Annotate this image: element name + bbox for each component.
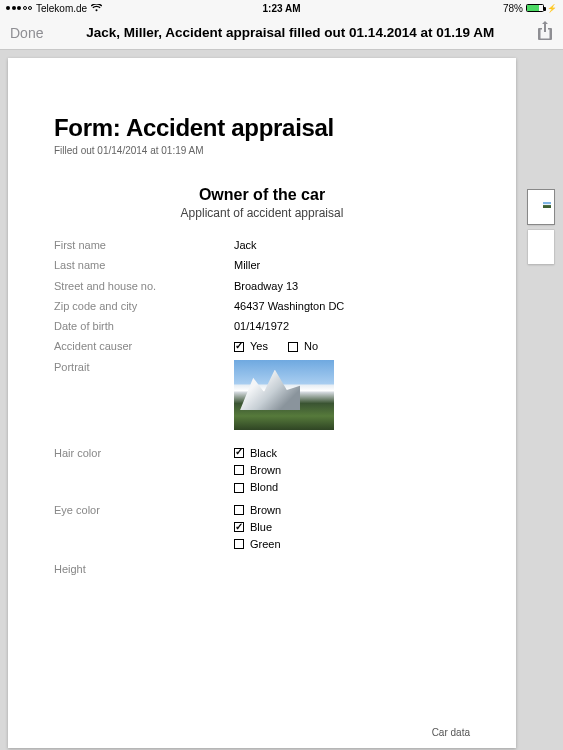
checkbox-eye-brown: Brown bbox=[234, 503, 470, 517]
label-hair-color: Hair color bbox=[54, 446, 234, 460]
document-page-1[interactable]: Form: Accident appraisal Filled out 01/1… bbox=[8, 58, 516, 748]
share-button[interactable] bbox=[537, 21, 553, 44]
label-height: Height bbox=[54, 562, 234, 576]
checkbox-hair-brown: Brown bbox=[234, 463, 470, 477]
checkbox-icon bbox=[234, 539, 244, 549]
label-dob: Date of birth bbox=[54, 319, 234, 333]
portrait-image bbox=[234, 360, 334, 430]
done-button[interactable]: Done bbox=[10, 25, 43, 41]
checkbox-hair-black: Black bbox=[234, 446, 470, 460]
value-zip-city: 46437 Washington DC bbox=[234, 299, 470, 313]
checkbox-hair-blond: Blond bbox=[234, 480, 470, 494]
opt-yes-label: Yes bbox=[250, 339, 268, 353]
value-height bbox=[234, 562, 470, 576]
carrier-label: Telekom.de bbox=[36, 3, 87, 14]
footer-car-data: Car data bbox=[432, 727, 470, 738]
opt-brown-label: Brown bbox=[250, 463, 281, 477]
checkbox-eye-blue: Blue bbox=[234, 520, 470, 534]
form-timestamp: Filled out 01/14/2014 at 01:19 AM bbox=[54, 145, 470, 156]
opt-blond-label: Blond bbox=[250, 480, 278, 494]
opt-eye-brown-label: Brown bbox=[250, 503, 281, 517]
battery-pct-label: 78% bbox=[503, 3, 523, 14]
value-first-name: Jack bbox=[234, 238, 470, 252]
value-dob: 01/14/1972 bbox=[234, 319, 470, 333]
label-portrait: Portrait bbox=[54, 360, 234, 374]
checkbox-icon bbox=[234, 483, 244, 493]
section-subtitle: Applicant of accident appraisal bbox=[54, 206, 470, 220]
checkbox-icon bbox=[288, 342, 298, 352]
status-right: 78% ⚡ bbox=[503, 3, 557, 14]
label-first-name: First name bbox=[54, 238, 234, 252]
thumbnail-page-1[interactable] bbox=[528, 190, 554, 224]
checkbox-icon bbox=[234, 448, 244, 458]
charging-icon: ⚡ bbox=[547, 4, 557, 13]
wifi-icon bbox=[91, 4, 102, 12]
value-street: Broadway 13 bbox=[234, 279, 470, 293]
nav-bar: Done Jack, Miller, Accident appraisal fi… bbox=[0, 16, 563, 50]
opt-no-label: No bbox=[304, 339, 318, 353]
opt-eye-blue-label: Blue bbox=[250, 520, 272, 534]
label-zip-city: Zip code and city bbox=[54, 299, 234, 313]
nav-title: Jack, Miller, Accident appraisal filled … bbox=[43, 25, 537, 40]
label-eye-color: Eye color bbox=[54, 503, 234, 517]
document-viewer: Form: Accident appraisal Filled out 01/1… bbox=[0, 50, 563, 750]
label-street: Street and house no. bbox=[54, 279, 234, 293]
section-title: Owner of the car bbox=[54, 186, 470, 204]
checkbox-icon bbox=[234, 522, 244, 532]
form-title: Form: Accident appraisal bbox=[54, 114, 470, 142]
value-last-name: Miller bbox=[234, 258, 470, 272]
checkbox-eye-green: Green bbox=[234, 537, 470, 551]
signal-strength-icon bbox=[6, 6, 32, 10]
battery-icon bbox=[526, 4, 544, 12]
status-left: Telekom.de bbox=[6, 3, 102, 14]
status-time: 1:23 AM bbox=[263, 3, 301, 14]
checkbox-icon bbox=[234, 505, 244, 515]
page-thumbnails bbox=[522, 50, 560, 750]
thumbnail-page-2[interactable] bbox=[528, 230, 554, 264]
checkbox-causer-no: No bbox=[288, 339, 318, 353]
opt-eye-green-label: Green bbox=[250, 537, 281, 551]
label-last-name: Last name bbox=[54, 258, 234, 272]
status-bar: Telekom.de 1:23 AM 78% ⚡ bbox=[0, 0, 563, 16]
label-accident-causer: Accident causer bbox=[54, 339, 234, 353]
checkbox-icon bbox=[234, 342, 244, 352]
opt-black-label: Black bbox=[250, 446, 277, 460]
checkbox-icon bbox=[234, 465, 244, 475]
checkbox-causer-yes: Yes bbox=[234, 339, 268, 353]
